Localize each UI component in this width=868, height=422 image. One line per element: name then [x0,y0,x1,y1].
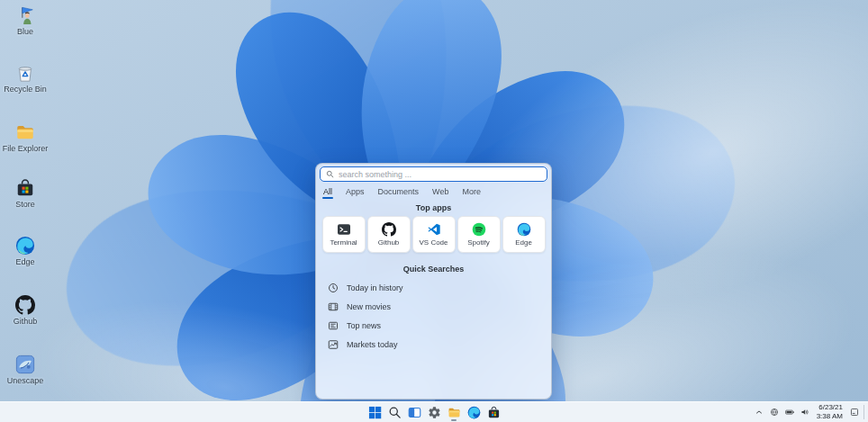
unescape-app-icon [15,355,35,374]
top-app-label: Edge [515,239,532,247]
top-app-label: Github [378,239,400,247]
search-panel: All Apps Documents Web More Top apps Ter… [315,163,552,400]
quick-search-top-news[interactable]: Top news [328,316,544,335]
desktop-icon-label: File Explorer [3,144,49,153]
system-tray: 6/23/21 3:38 AM [753,402,864,422]
folder-icon [448,406,461,419]
tray-overflow-button[interactable] [753,404,765,420]
desktop-icon-label: Github [14,317,38,326]
clock-icon [328,283,339,293]
spotify-icon [472,222,486,237]
battery-tray-button[interactable] [783,404,796,420]
vscode-icon [427,222,441,237]
top-app-label: VS Code [419,239,448,247]
newspaper-icon [328,320,339,331]
file-explorer-button[interactable] [445,403,463,421]
edge-browser-icon [467,406,481,419]
top-app-terminal[interactable]: Terminal [322,216,366,253]
github-octocat-icon [15,295,35,315]
top-app-vscode[interactable]: VS Code [412,216,456,253]
store-taskbar-button[interactable] [484,403,502,421]
edge-taskbar-button[interactable] [465,403,483,421]
desktop-icon-label: Blue [17,27,33,36]
network-tray-button[interactable] [768,404,781,420]
chart-up-icon [328,339,339,350]
desktop-icon-label: Recycle Bin [4,85,47,94]
desktop-icon-recycle-bin[interactable]: Recycle Bin [1,63,50,94]
search-filter-tabs: All Apps Documents Web More [322,187,482,199]
taskbar-center [0,402,868,422]
windows-start-icon [368,406,382,419]
tab-web[interactable]: Web [431,187,449,199]
terminal-icon [337,222,351,237]
tab-more[interactable]: More [461,187,482,199]
task-view-button[interactable] [405,403,423,421]
taskbar-search-button[interactable] [385,403,403,421]
quick-search-label: Top news [347,321,381,330]
github-octocat-icon [382,222,396,237]
quick-searches-heading: Quick Searches [316,265,551,274]
search-box [320,166,547,182]
gear-icon [428,406,441,419]
tray-date: 6/23/21 [818,403,843,412]
network-icon [770,408,779,417]
windows-desktop: { "desktop": { "icons": [ { "label": "Bl… [0,0,868,422]
top-app-github[interactable]: Github [367,216,411,253]
desktop-icon-unescape[interactable]: Unescape [1,355,50,385]
store-bag-icon [15,178,35,198]
volume-tray-button[interactable] [799,404,811,420]
desktop-icon-file-explorer[interactable]: File Explorer [1,122,50,153]
settings-button[interactable] [425,403,443,421]
quick-search-label: New movies [347,302,391,311]
film-frame-icon [328,301,339,312]
quick-search-today-in-history[interactable]: Today in history [328,278,544,297]
battery-icon [785,408,794,417]
quick-search-label: Today in history [347,283,403,292]
action-center-button[interactable] [848,404,861,420]
chevron-up-icon [755,408,764,417]
desktop-icon-store[interactable]: Store [1,178,50,209]
top-apps-row: Terminal Github VS Code [319,216,548,253]
task-view-icon [408,406,421,419]
taskbar: 6/23/21 3:38 AM [0,401,868,422]
clock-date-tray[interactable]: 6/23/21 3:38 AM [814,403,845,421]
person-flag-icon [15,5,35,25]
quick-search-label: Markets today [347,340,398,349]
tab-documents[interactable]: Documents [377,187,420,199]
tray-time: 3:38 AM [817,412,843,421]
folder-icon [15,122,35,142]
recycle-bin-icon [15,63,35,83]
running-app-indicator [451,419,457,421]
desktop-icon-github[interactable]: Github [1,295,50,326]
quick-search-new-movies[interactable]: New movies [328,297,544,316]
top-apps-heading: Top apps [316,203,551,212]
edge-browser-icon [517,222,531,237]
tab-apps[interactable]: Apps [345,187,366,199]
show-desktop-divider[interactable] [863,405,864,419]
desktop-icon-label: Edge [15,257,34,266]
store-bag-icon [487,406,501,419]
search-icon [326,170,334,178]
search-input[interactable] [339,170,541,179]
top-app-label: Spotify [467,239,489,247]
action-center-icon [850,408,859,417]
search-icon [388,406,402,419]
tab-all[interactable]: All [322,187,333,199]
start-button[interactable] [366,403,384,421]
edge-browser-icon [15,236,35,256]
quick-searches-list: Today in history New movies Top news [328,278,544,354]
desktop-icon-label: Unescape [7,376,44,385]
desktop-icon-blue[interactable]: Blue [1,5,50,36]
quick-search-markets-today[interactable]: Markets today [328,335,544,354]
top-app-label: Terminal [330,239,357,247]
top-app-spotify[interactable]: Spotify [457,216,501,253]
desktop-icon-label: Store [15,200,35,209]
speaker-icon [800,408,809,417]
desktop-icon-edge[interactable]: Edge [1,236,50,266]
top-app-edge[interactable]: Edge [502,216,546,253]
